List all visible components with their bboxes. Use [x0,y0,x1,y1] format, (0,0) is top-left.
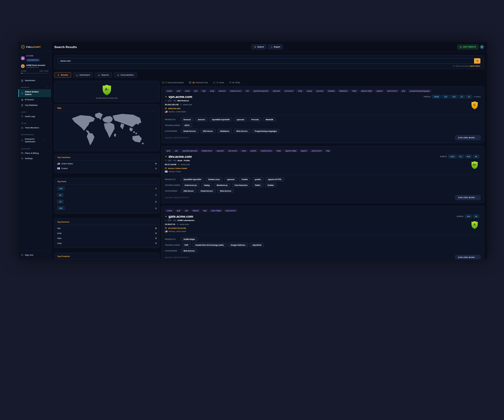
tag-chip[interactable]: apache-httpd [359,89,374,92]
port-chip[interactable]: 22 [458,155,464,158]
port-chip[interactable]: 21 [466,95,472,98]
tag-chip[interactable]: aws [192,89,199,92]
technology-chip[interactable]: Underscore.js [182,183,200,187]
tag-chip[interactable]: http [200,89,207,92]
sidebar-item[interactable]: Plans & Billing [18,151,51,156]
category-chip[interactable]: Programming-Languages [252,129,280,133]
tab[interactable]: Vulnerabilities [114,72,137,78]
port-chip[interactable]: 22 [459,95,465,98]
more-ports[interactable]: +9 others [474,96,481,98]
asn-link[interactable]: Hetzner Online GmbH [165,167,192,169]
tag-chip[interactable]: ssh [244,89,251,92]
product-chip[interactable]: ACME-thttpd [181,237,197,241]
category-chip[interactable]: Email-Servers [198,189,216,193]
org-switcher[interactable]: A ACME ENTERPRISE [18,52,51,63]
tag-chip[interactable]: percona [315,89,325,92]
service-row[interactable]: http 8 [57,227,156,229]
search-filters-link[interactable]: search filters [470,65,480,67]
tag-chip[interactable]: mariadb [326,89,336,92]
tag-chip[interactable]: akamai [191,209,200,212]
sidebar-item[interactable]: Audit Logs [18,114,51,119]
port-chip[interactable]: 80 [473,155,479,158]
product-chip[interactable]: postfix [252,177,264,181]
ip-address[interactable]: 23.93.87.41 [165,223,175,225]
tag-chip[interactable]: web-servers [224,209,238,212]
port-row[interactable]: 25 2 [57,200,156,203]
asn-link[interactable]: AS-SONICTELECOM [165,227,195,229]
tag-chip[interactable]: https [275,149,283,152]
tag-chip[interactable]: smtp [296,89,304,92]
product-chip[interactable]: dovecot [195,117,208,122]
tag-chip[interactable]: email-servers [259,149,274,152]
asset-hostname[interactable]: gate.acme.com [169,214,193,218]
tag-chip[interactable]: databases [337,89,349,92]
tag-chip[interactable]: ipv6 [175,89,182,92]
search-submit-button[interactable] [474,58,480,64]
technology-chip[interactable]: Font Awesome [232,183,250,187]
sidebar-item[interactable]: IP Search [18,97,51,102]
asn-link[interactable]: AMAZON-AES [165,107,192,109]
apex-domain[interactable]: acme.com [181,163,190,166]
technology-chip[interactable]: PHP [182,243,191,247]
tag-chip[interactable]: http [201,209,208,212]
sidebar-item[interactable]: LOGS [18,110,51,114]
search-input[interactable] [58,58,474,64]
asset-hostname[interactable]: vpn.acme.com [169,95,192,99]
tag-chip[interactable]: ipv6 [175,209,182,212]
tag-chip[interactable]: smtp [240,149,248,152]
tag-chip[interactable]: acme-thttpd [209,209,223,212]
product-chip[interactable]: MariaDB [263,117,276,122]
tag-chip[interactable]: http [324,149,331,152]
tag-chip[interactable]: openssh [271,89,282,92]
apex-domain[interactable]: acme.com [180,223,189,225]
category-chip[interactable]: Web-Servers [217,189,234,193]
technology-chip[interactable]: Google AdSense [228,243,248,247]
product-chip[interactable]: openssh [234,117,247,122]
sidebar-item[interactable]: ACCOUNT [18,147,51,151]
explore-more-button[interactable]: EXPLORE MORE → [455,135,481,140]
tag-chip[interactable]: email-servers [228,89,243,92]
product-chip[interactable]: Dovecot [181,117,193,122]
tag-chip[interactable]: cname [165,89,174,92]
technology-chip[interactable]: DoubleClick Ad Exchange (AdX) [193,243,226,247]
category-chip[interactable]: Email-Servers [181,129,198,133]
port-chip[interactable]: 2222 [448,155,456,158]
technology-chip[interactable]: Unpkg [201,183,212,187]
technology-chip[interactable]: Twitter [252,183,263,187]
service-row[interactable]: https 3 [57,237,156,239]
tag-chip[interactable]: openbsd-openssh [252,89,270,92]
country-row[interactable]: United States 6 [57,162,156,165]
external-link-icon[interactable] [165,160,167,161]
port-chip[interactable]: 80 [473,214,479,218]
external-link-icon[interactable] [165,100,167,102]
tag-chip[interactable]: debian-linux [200,149,214,152]
service-row[interactable]: smtp 3 [57,232,156,234]
category-chip[interactable]: SSH-Server [181,189,196,193]
sign-out-button[interactable]: Sign Out [18,252,51,259]
tag-chip[interactable]: openbsd-openssh [181,149,199,152]
topbar-action-button[interactable]: Export [268,44,283,49]
tag-chip[interactable]: postfix [249,149,258,152]
tab[interactable]: Results [54,72,71,78]
tag-chip[interactable]: ssh-server [227,149,239,152]
sidebar-item[interactable]: SEARCH [18,86,51,89]
ip-address[interactable]: 65.21.216.60 [165,163,176,166]
port-chip[interactable]: 10000 [432,95,441,98]
tag-chip[interactable]: ipv6 [165,149,172,152]
country-row[interactable]: Finland 1 [57,167,156,170]
sidebar-item[interactable]: ENTERPRISE [18,133,51,136]
sidebar-item[interactable]: Team Members [18,125,51,130]
sidebar-item[interactable]: TEAM [18,122,51,125]
asset-hostname[interactable]: dev.acme.com [169,155,192,159]
port-chip[interactable]: 443 [465,155,472,158]
technology-chip[interactable]: Backbone.js [214,183,230,187]
brand-logo[interactable]: FULLHUNT [18,42,51,52]
user-avatar[interactable]: A [480,45,484,49]
technology-chip[interactable]: HSTS [182,123,192,127]
ip-address[interactable]: 54.243.193.135 [165,103,178,106]
tag-chip[interactable]: ssh-server [283,89,295,92]
tag-chip[interactable]: php [400,89,407,92]
port-chip[interactable]: 143 [450,95,458,98]
technology-chip[interactable]: Debian [265,183,276,187]
tag-chip[interactable]: cdn [183,209,190,212]
